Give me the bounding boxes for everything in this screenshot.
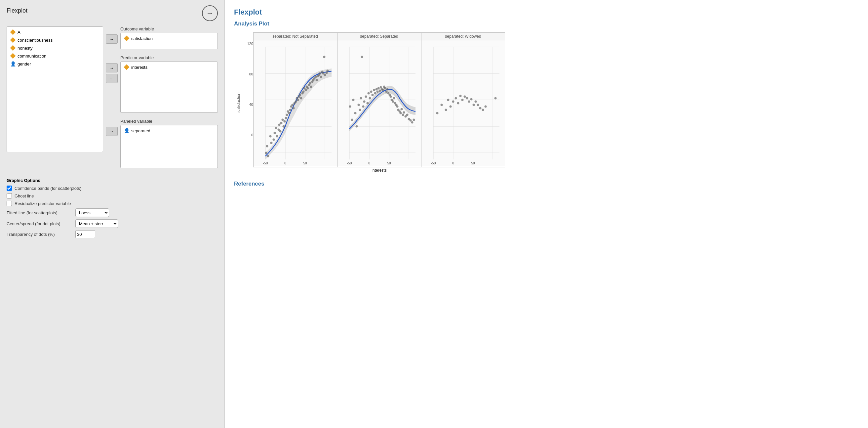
var-item-A[interactable]: A xyxy=(8,28,101,36)
predictor-drop-box[interactable]: interests xyxy=(120,61,218,113)
svg-point-38 xyxy=(299,94,302,96)
svg-point-83 xyxy=(360,97,362,99)
svg-text:0: 0 xyxy=(368,162,370,165)
y-tick-120: 120 xyxy=(243,42,253,46)
svg-point-147 xyxy=(460,95,462,97)
svg-point-159 xyxy=(495,97,497,99)
svg-point-77 xyxy=(351,119,353,121)
predictor-item: interests xyxy=(123,64,215,70)
svg-text:-50: -50 xyxy=(431,162,436,165)
diamond-icon-comm xyxy=(10,53,16,59)
var-item-communication[interactable]: communication xyxy=(8,52,101,60)
svg-point-145 xyxy=(455,97,457,99)
ghost-line-checkbox[interactable] xyxy=(7,193,12,198)
svg-point-88 xyxy=(367,102,369,105)
scatter-svg-2: -50 0 50 xyxy=(338,40,421,166)
center-spread-select[interactable]: Mean + sterr Mean + sd Median + IQR xyxy=(75,219,118,228)
svg-text:50: 50 xyxy=(471,162,475,165)
y-tick-0: 0 xyxy=(243,133,253,137)
paneled-variable-label: Paneled variable xyxy=(120,119,218,124)
svg-point-29 xyxy=(289,109,291,111)
svg-point-28 xyxy=(288,112,290,114)
person-icon-gender: 👤 xyxy=(10,61,16,66)
svg-point-93 xyxy=(373,89,375,91)
predictor-variable-label: Predictor variable xyxy=(120,55,218,60)
panel-widowed: separated: Widowed xyxy=(421,32,505,167)
svg-point-144 xyxy=(452,101,455,103)
residualize-label: Residualize predictor variable xyxy=(14,201,71,206)
svg-point-31 xyxy=(291,104,294,106)
var-label-gender: gender xyxy=(18,61,31,66)
panel-separated-plot: -50 0 50 xyxy=(338,40,421,167)
paneled-arrow-button[interactable]: → xyxy=(106,127,118,136)
confidence-bands-checkbox[interactable] xyxy=(7,186,12,191)
svg-point-63 xyxy=(327,70,329,72)
panel-separated-title: separated: Separated xyxy=(338,33,421,40)
svg-point-11 xyxy=(267,155,269,158)
svg-point-34 xyxy=(295,101,297,103)
svg-point-99 xyxy=(380,86,382,89)
var-item-honesty[interactable]: honesty xyxy=(8,44,101,52)
panel-not-separated: separated: Not Separated xyxy=(253,32,337,167)
y-tick-empty xyxy=(243,163,253,167)
panels-row: separated: Not Separated xyxy=(253,32,505,167)
outcome-drop-box[interactable]: satisfaction xyxy=(120,33,218,49)
svg-point-79 xyxy=(354,112,356,114)
outcome-arrow-button[interactable]: → xyxy=(106,34,118,44)
predictor-arrow-left-button[interactable]: ← xyxy=(106,74,118,83)
svg-point-43 xyxy=(305,89,307,91)
ghost-line-label: Ghost line xyxy=(14,194,34,198)
svg-point-32 xyxy=(292,107,295,110)
svg-point-39 xyxy=(300,97,303,99)
svg-point-61 xyxy=(324,74,326,77)
svg-point-13 xyxy=(270,142,273,144)
svg-point-117 xyxy=(400,112,402,114)
residualize-checkbox[interactable] xyxy=(7,201,12,206)
y-tick-40: 40 xyxy=(243,103,253,107)
svg-point-15 xyxy=(274,132,276,134)
svg-point-62 xyxy=(326,72,328,74)
svg-point-152 xyxy=(470,98,473,101)
panel-widowed-title: separated: Widowed xyxy=(422,33,505,40)
residualize-row: Residualize predictor variable xyxy=(7,201,218,206)
fitted-line-select[interactable]: Loess lm quadratic xyxy=(75,208,109,217)
svg-point-142 xyxy=(447,99,450,101)
svg-point-57 xyxy=(320,76,322,78)
app-title: Flexplot xyxy=(7,7,27,14)
svg-point-23 xyxy=(283,125,285,128)
transparency-input[interactable] xyxy=(75,230,95,238)
svg-text:50: 50 xyxy=(387,162,391,165)
diamond-icon-interests xyxy=(124,64,129,70)
var-item-conscientiousness[interactable]: conscientiousness xyxy=(8,36,101,44)
svg-point-157 xyxy=(482,109,484,111)
svg-point-86 xyxy=(363,101,366,103)
y-ticks: 120 80 40 0 xyxy=(243,32,253,167)
graphic-options-title: Graphic Options xyxy=(7,178,218,183)
svg-point-104 xyxy=(385,91,388,93)
svg-point-82 xyxy=(359,109,361,111)
svg-point-19 xyxy=(278,124,281,126)
svg-point-110 xyxy=(392,101,394,103)
svg-point-18 xyxy=(278,129,280,131)
scatter-svg-3: -50 0 50 xyxy=(422,40,505,166)
svg-point-21 xyxy=(280,122,283,124)
svg-point-148 xyxy=(461,99,464,101)
paneled-item: 👤 separated xyxy=(123,127,215,134)
x-axis-label: interests xyxy=(253,167,505,173)
svg-point-53 xyxy=(316,79,318,81)
paneled-drop-box[interactable]: 👤 separated xyxy=(120,125,218,168)
svg-point-52 xyxy=(315,76,317,78)
outcome-variable-label: Outcome variable xyxy=(120,26,218,31)
svg-point-10 xyxy=(266,145,269,147)
predictor-arrow-right-button[interactable]: → xyxy=(106,63,118,73)
run-button[interactable]: → xyxy=(202,5,218,21)
svg-point-78 xyxy=(352,99,355,101)
predictor-value: interests xyxy=(131,65,148,70)
var-item-gender[interactable]: 👤 gender xyxy=(8,60,101,68)
svg-point-105 xyxy=(386,88,389,91)
svg-point-143 xyxy=(450,106,452,108)
svg-point-85 xyxy=(362,106,365,108)
svg-point-87 xyxy=(365,95,367,98)
diamond-icon-A xyxy=(10,29,16,35)
svg-point-125 xyxy=(411,121,413,124)
